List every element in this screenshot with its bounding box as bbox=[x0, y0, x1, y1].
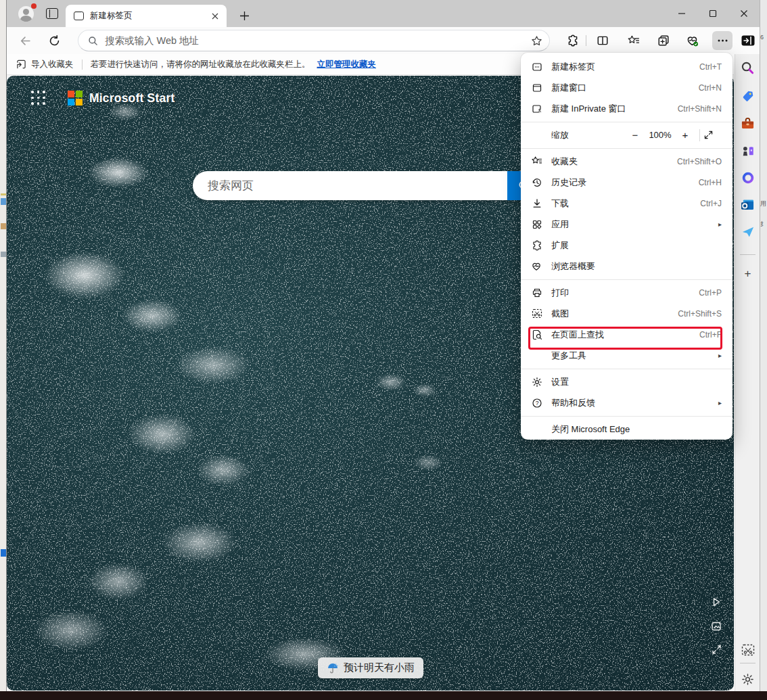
menu-item-downloads[interactable]: 下载 Ctrl+J bbox=[521, 193, 733, 214]
start-page-header: Microsoft Start bbox=[31, 91, 175, 106]
apps-icon bbox=[531, 218, 542, 230]
address-bar[interactable]: 搜索或输入 Web 地址 bbox=[78, 30, 550, 51]
extensions-icon bbox=[531, 239, 542, 251]
menu-item-shortcut: Ctrl+Shift+O bbox=[677, 157, 722, 166]
menu-item-screenshot[interactable]: 截图 Ctrl+Shift+S bbox=[521, 303, 733, 324]
sidebar-search-icon[interactable] bbox=[739, 60, 756, 76]
menu-item-print[interactable]: 打印 Ctrl+P bbox=[521, 282, 733, 303]
tab-new-tab-page[interactable]: 新建标签页 bbox=[66, 5, 227, 27]
zoom-value: 100% bbox=[645, 130, 675, 140]
favorite-star-icon[interactable] bbox=[531, 35, 542, 47]
menu-item-favorites[interactable]: 收藏夹 Ctrl+Shift+O bbox=[521, 151, 733, 172]
inprivate-icon bbox=[531, 103, 542, 114]
settings-gear-icon bbox=[531, 376, 542, 388]
collections-icon[interactable] bbox=[653, 31, 674, 50]
menu-item-history[interactable]: 历史记录 Ctrl+H bbox=[521, 172, 733, 193]
menu-item-shortcut: Ctrl+Shift+S bbox=[678, 309, 722, 319]
maximize-button[interactable] bbox=[697, 0, 728, 27]
menu-item-label: 设置 bbox=[551, 376, 722, 388]
history-icon bbox=[531, 177, 542, 188]
avatar-head bbox=[23, 9, 29, 15]
sidebar-divider bbox=[740, 254, 756, 255]
close-button[interactable] bbox=[728, 0, 760, 27]
sidebar-toolbox-icon[interactable] bbox=[739, 115, 756, 132]
settings-and-more-icon[interactable] bbox=[712, 31, 733, 50]
sidebar-shopping-icon[interactable] bbox=[739, 87, 756, 104]
downloads-icon bbox=[531, 197, 542, 209]
zoom-out-button[interactable]: − bbox=[625, 129, 645, 141]
left-sliver-mark bbox=[1, 252, 6, 257]
import-favorites-button[interactable]: 导入收藏夹 bbox=[16, 59, 74, 70]
profile-avatar[interactable] bbox=[18, 6, 34, 22]
fullscreen-icon[interactable] bbox=[704, 131, 724, 139]
favorites-list-icon[interactable] bbox=[623, 31, 643, 50]
titlebar: 新建标签页 bbox=[7, 0, 760, 27]
right-sliver-glyph: 用 bbox=[760, 200, 767, 208]
menu-item-label: 历史记录 bbox=[551, 177, 699, 189]
favbar-divider bbox=[82, 60, 83, 70]
menu-divider bbox=[521, 366, 733, 371]
background-image-icon[interactable] bbox=[708, 618, 724, 634]
import-favorites-label: 导入收藏夹 bbox=[31, 59, 74, 70]
svg-text:?: ? bbox=[535, 400, 538, 406]
page-search-box[interactable]: 搜索网页 bbox=[193, 171, 540, 200]
submenu-arrow-icon: ▸ bbox=[718, 352, 722, 359]
menu-item-label: 浏览器概要 bbox=[551, 260, 722, 273]
sidebar-games-icon[interactable] bbox=[739, 142, 756, 159]
sidebar-toggle-icon[interactable] bbox=[738, 31, 758, 50]
sidebar-add-icon[interactable]: + bbox=[739, 265, 756, 282]
right-sliver-glyph: 6 bbox=[760, 34, 767, 41]
zoom-in-button[interactable]: + bbox=[675, 129, 695, 141]
menu-divider bbox=[521, 413, 733, 419]
workspaces-icon[interactable] bbox=[46, 8, 58, 19]
menu-divider bbox=[521, 145, 733, 151]
minimize-button[interactable] bbox=[666, 0, 697, 27]
menu-item-settings[interactable]: 设置 bbox=[521, 371, 733, 392]
fullscreen-expand-icon[interactable] bbox=[708, 641, 724, 657]
sidebar-outlook-icon[interactable] bbox=[739, 196, 756, 213]
menu-item-browser-essentials[interactable]: 浏览器概要 bbox=[521, 256, 733, 277]
sidebar-microsoft365-icon[interactable] bbox=[739, 169, 756, 186]
address-input[interactable]: 搜索或输入 Web 地址 bbox=[105, 34, 531, 47]
menu-item-more-tools[interactable]: 更多工具 ▸ bbox=[521, 345, 733, 366]
tab-close-icon[interactable] bbox=[209, 10, 221, 22]
back-icon[interactable] bbox=[15, 31, 35, 50]
menu-item-close-edge[interactable]: 关闭 Microsoft Edge bbox=[521, 419, 733, 440]
menu-item-find-on-page[interactable]: 在页面上查找 Ctrl+F bbox=[521, 324, 733, 345]
submenu-arrow-icon: ▸ bbox=[718, 220, 722, 228]
sidebar-divider bbox=[740, 663, 756, 663]
new-tab-page-icon bbox=[74, 11, 84, 20]
edge-browser-screenshot: { "titlebar": { "tab_title": "新建标签页" }, … bbox=[0, 0, 767, 700]
page-search-input[interactable]: 搜索网页 bbox=[193, 171, 507, 200]
weather-text: 预计明天有小雨 bbox=[344, 661, 415, 674]
new-tab-button[interactable] bbox=[235, 7, 253, 24]
menu-item-shortcut: Ctrl+T bbox=[699, 62, 722, 72]
menu-item-apps[interactable]: 应用 ▸ bbox=[521, 214, 733, 235]
weather-badge[interactable]: 预计明天有小雨 bbox=[318, 657, 423, 678]
print-icon bbox=[531, 287, 542, 298]
split-screen-icon[interactable] bbox=[592, 31, 613, 50]
refresh-icon[interactable] bbox=[44, 31, 64, 50]
menu-item-extensions[interactable]: 扩展 bbox=[521, 235, 733, 256]
menu-item-label: 更多工具 bbox=[551, 350, 713, 362]
menu-item-label: 下载 bbox=[551, 197, 700, 210]
extensions-icon[interactable] bbox=[563, 31, 583, 50]
sidebar-settings-icon[interactable] bbox=[739, 671, 756, 688]
sidebar-screenshot-icon[interactable] bbox=[739, 641, 756, 658]
menu-item-new-window[interactable]: 新建窗口 Ctrl+N bbox=[521, 77, 733, 98]
sidebar-drop-icon[interactable] bbox=[739, 223, 756, 240]
manage-favorites-link[interactable]: 立即管理收藏夹 bbox=[317, 59, 377, 70]
menu-item-new-inprivate-window[interactable]: 新建 InPrivate 窗口 Ctrl+Shift+N bbox=[521, 98, 733, 119]
play-video-icon[interactable] bbox=[708, 594, 724, 610]
menu-item-new-tab[interactable]: 新建标签页 Ctrl+T bbox=[521, 56, 733, 77]
menu-item-label: 收藏夹 bbox=[551, 156, 677, 168]
menu-item-shortcut: Ctrl+P bbox=[699, 288, 722, 298]
brand-title: Microsoft Start bbox=[89, 91, 175, 106]
browser-essentials-icon[interactable] bbox=[682, 31, 703, 50]
workspaces-bar bbox=[49, 9, 51, 18]
menu-item-help-and-feedback[interactable]: ? 帮助和反馈 ▸ bbox=[521, 392, 733, 413]
app-launcher-icon[interactable] bbox=[31, 91, 46, 106]
menu-item-zoom: 缩放 − 100% + bbox=[521, 124, 733, 145]
edge-sidebar: + bbox=[735, 54, 760, 691]
workspaces-frame bbox=[46, 8, 58, 19]
